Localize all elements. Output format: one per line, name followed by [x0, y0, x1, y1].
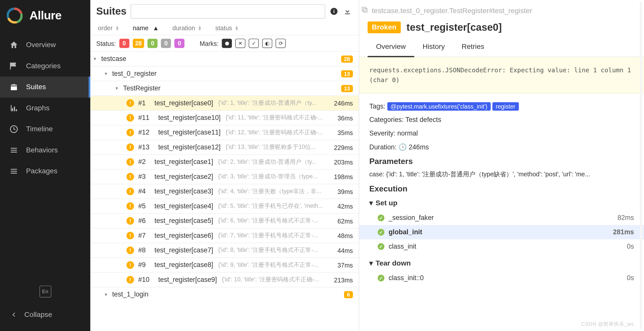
status-label: Status:: [96, 40, 116, 47]
sort-order[interactable]: order▲▼: [98, 24, 119, 31]
mark-retried[interactable]: ⟳: [276, 39, 286, 48]
tree-suite[interactable]: ▾ test_0_register 13: [90, 67, 359, 81]
nav-item-categories[interactable]: Categories: [0, 55, 90, 77]
mark-muted[interactable]: ◐: [262, 39, 272, 48]
tabs: Overview History Retries: [359, 38, 644, 57]
execution-step[interactable]: ✓_session_faker82ms: [369, 211, 634, 225]
tags-row: Tags: @pytest.mark.usefixtures('class_in…: [369, 103, 634, 110]
broken-status-icon: !: [127, 232, 134, 239]
nav-item-overview[interactable]: Overview: [0, 35, 90, 55]
test-row[interactable]: ! #7 test_register[case6]{'id': 7, 'titl…: [90, 228, 359, 243]
execution-step[interactable]: ✓class_init0s: [369, 239, 634, 254]
test-row[interactable]: ! #8 test_register[case7]{'id': 8, 'titl…: [90, 243, 359, 258]
status-skipped-count[interactable]: 0: [161, 39, 171, 48]
test-row[interactable]: ! #5 test_register[case4]{'id': 5, 'titl…: [90, 199, 359, 214]
status-broken-count[interactable]: 28: [133, 39, 144, 48]
test-row[interactable]: ! #10 test_register[case9]{'id': 10, 'ti…: [90, 273, 359, 287]
broken-status-icon: !: [127, 99, 134, 107]
broken-status-icon: !: [127, 247, 134, 254]
marks-label: Marks:: [200, 40, 219, 47]
status-unknown-count[interactable]: 0: [175, 39, 185, 48]
info-icon[interactable]: i: [329, 7, 339, 16]
tree-suite-login[interactable]: ▾ test_1_login 6: [90, 287, 359, 302]
chevron-down-icon: ▾: [369, 259, 373, 268]
nav-label: Categories: [26, 62, 61, 70]
suites-panel: Suites i order▲▼ name▲ duration▲▼ status…: [90, 0, 359, 331]
test-row[interactable]: ! #2 test_register[case1]{'id': 2, 'titl…: [90, 155, 359, 170]
mark-passed[interactable]: ✓: [249, 39, 259, 48]
nav-label: Graphs: [26, 104, 50, 112]
tree-class[interactable]: ▾ TestRegister 13: [90, 81, 359, 96]
teardown-header[interactable]: ▾Tear down: [369, 259, 634, 268]
flag-icon: [9, 61, 19, 71]
check-icon: ✓: [378, 243, 384, 250]
scrollbar[interactable]: [640, 2, 642, 329]
categories-row: Categories: Test defects: [369, 116, 634, 124]
download-icon[interactable]: [343, 7, 352, 16]
check-icon: ✓: [378, 229, 384, 236]
collapse-label: Collapse: [24, 310, 52, 319]
nav-list: Overview Categories Suites Graphs Timeli…: [0, 35, 90, 280]
search-input[interactable]: [131, 4, 325, 19]
broken-status-icon: !: [127, 188, 134, 195]
error-message: requests.exceptions.JSONDecodeError: Exp…: [359, 57, 644, 93]
nav-item-packages[interactable]: Packages: [0, 161, 90, 182]
status-passed-count[interactable]: 0: [148, 39, 158, 48]
setup-header[interactable]: ▾Set up: [369, 198, 634, 207]
mark-flaky[interactable]: [222, 39, 232, 48]
language-button[interactable]: En: [39, 286, 51, 297]
sidebar-bottom: En Collapse: [0, 280, 90, 331]
nav-label: Packages: [26, 167, 58, 175]
check-icon: ✓: [378, 215, 384, 221]
broken-status-icon: !: [127, 217, 134, 225]
clock-icon: 🕓: [398, 143, 407, 150]
tab-overview[interactable]: Overview: [368, 38, 414, 57]
execution-step[interactable]: ✓class_init::00s: [369, 271, 634, 285]
status-failed-count[interactable]: 0: [119, 39, 129, 48]
test-row[interactable]: ! #3 test_register[case2]{'id': 3, 'titl…: [90, 170, 359, 184]
brand-name: Allure: [29, 9, 62, 22]
chevron-down-icon: ▾: [115, 85, 121, 91]
chevron-left-icon: [9, 310, 19, 319]
test-row[interactable]: ! #6 test_register[case5]{'id': 6, 'titl…: [90, 214, 359, 228]
severity-row: Severity: normal: [369, 129, 634, 137]
breadcrumb: testcase.test_0_register.TestRegister#te…: [359, 0, 644, 20]
nav-label: Overview: [26, 41, 56, 49]
tag[interactable]: @pytest.mark.usefixtures('class_init'): [387, 102, 491, 111]
tag[interactable]: register: [492, 102, 519, 111]
tree-root[interactable]: ▾ testcase 28: [90, 52, 359, 66]
nav-item-suites[interactable]: Suites: [0, 77, 90, 98]
mark-new-failed[interactable]: ✕: [235, 39, 246, 48]
sort-duration[interactable]: duration▲▼: [172, 24, 202, 31]
suites-header: Suites i: [90, 0, 359, 23]
svg-rect-5: [362, 7, 366, 11]
test-row[interactable]: ! #11 test_register[case10]{'id': 11, 't…: [90, 111, 359, 125]
broken-status-icon: !: [127, 202, 134, 210]
test-row[interactable]: ! #4 test_register[case3]{'id': 4, 'titl…: [90, 184, 359, 199]
nav-label: Timeline: [26, 125, 53, 133]
broken-status-icon: !: [127, 261, 134, 269]
tab-history[interactable]: History: [414, 38, 453, 57]
broken-status-icon: !: [127, 129, 134, 136]
chevron-down-icon: ▾: [105, 71, 110, 77]
broken-status-icon: !: [127, 276, 134, 284]
sidebar: Allure Overview Categories Suites Graphs…: [0, 0, 90, 331]
collapse-button[interactable]: Collapse: [0, 307, 90, 322]
sort-status[interactable]: status▲▼: [215, 24, 239, 31]
nav-item-behaviors[interactable]: Behaviors: [0, 140, 90, 161]
sort-name[interactable]: name▲: [133, 24, 159, 31]
test-row[interactable]: ! #12 test_register[case11]{'id': 12, 't…: [90, 125, 359, 140]
status-filter-row: Status: 0 28 0 0 0 Marks: ✕ ✓ ◐ ⟳: [90, 35, 359, 52]
tab-retries[interactable]: Retries: [453, 38, 493, 57]
copy-icon[interactable]: [361, 6, 369, 15]
test-row[interactable]: ! #13 test_register[case12]{'id': 13, 't…: [90, 140, 359, 155]
svg-rect-4: [364, 8, 367, 12]
home-icon: [9, 40, 19, 50]
nav-item-graphs[interactable]: Graphs: [0, 97, 90, 119]
nav-item-timeline[interactable]: Timeline: [0, 119, 90, 140]
test-row[interactable]: ! #1 test_register[case0]{'id': 1, 'titl…: [90, 96, 359, 111]
test-row[interactable]: ! #9 test_register[case8]{'id': 9, 'titl…: [90, 258, 359, 273]
execution-step[interactable]: ✓global_init281ms: [359, 225, 644, 239]
duration-row: Duration: 🕓 246ms: [369, 143, 634, 151]
info-section: Tags: @pytest.mark.usefixtures('class_in…: [359, 93, 644, 285]
